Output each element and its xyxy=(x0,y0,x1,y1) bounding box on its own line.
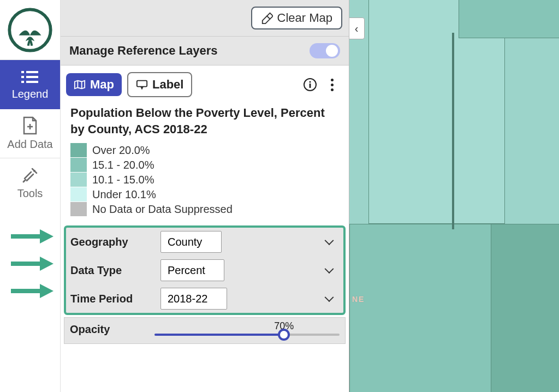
kebab-dot xyxy=(331,79,334,81)
legend-item: 15.1 - 20.0% xyxy=(70,158,339,172)
tab-label-label: Label xyxy=(152,78,183,92)
legend-swatch xyxy=(70,173,87,187)
svg-rect-6 xyxy=(26,81,38,83)
side-panel: Clear Map Manage Reference Layers Map La… xyxy=(61,0,349,392)
legend-swatch xyxy=(70,202,87,216)
clear-map-button[interactable]: Clear Map xyxy=(251,7,342,29)
legend-swatch xyxy=(70,187,87,201)
info-icon xyxy=(303,78,317,92)
layer-tabs-row: Map Label xyxy=(61,66,349,102)
map-canvas[interactable]: ‹ NE xyxy=(349,0,559,392)
map-background xyxy=(349,0,559,392)
svg-point-16 xyxy=(309,81,311,82)
clear-map-label: Clear Map xyxy=(277,11,332,25)
reference-layers-row: Manage Reference Layers xyxy=(61,37,349,66)
nav-column: Legend Add Data Tools xyxy=(0,0,61,392)
toggle-knob xyxy=(326,45,338,57)
data-type-select[interactable]: Percent xyxy=(160,259,224,281)
legend-swatch xyxy=(70,158,87,172)
control-label: Time Period xyxy=(70,293,155,305)
legend-list: Over 20.0% 15.1 - 20.0% 10.1 - 15.0% Und… xyxy=(61,141,349,223)
svg-rect-5 xyxy=(21,81,24,83)
hint-arrow xyxy=(10,283,53,299)
time-period-select[interactable]: 2018-22 xyxy=(160,288,227,310)
svg-marker-9 xyxy=(40,229,53,243)
legend-label: Over 20.0% xyxy=(92,144,150,157)
svg-rect-17 xyxy=(310,84,311,88)
svg-marker-13 xyxy=(40,284,53,298)
legend-label: Under 10.1% xyxy=(92,188,156,201)
hint-arrow xyxy=(10,228,53,245)
map-region-label: NE xyxy=(352,295,365,304)
legend-label: No Data or Data Suppressed xyxy=(92,203,233,216)
layer-controls: Geography County Data Type Percent Time … xyxy=(64,225,346,315)
reference-layers-toggle[interactable] xyxy=(310,43,340,58)
more-menu-button[interactable] xyxy=(324,76,340,93)
opacity-label: Opacity xyxy=(70,323,154,336)
tools-icon xyxy=(21,167,39,184)
svg-rect-1 xyxy=(21,71,24,73)
map-icon xyxy=(74,79,86,91)
tab-label[interactable]: Label xyxy=(127,72,192,97)
eraser-icon xyxy=(261,12,273,24)
kebab-dot xyxy=(331,84,334,86)
control-geography: Geography County xyxy=(66,228,343,256)
control-label: Geography xyxy=(70,236,155,248)
app-logo xyxy=(0,0,60,60)
list-icon xyxy=(21,69,39,85)
tab-map[interactable]: Map xyxy=(66,73,122,96)
label-icon xyxy=(136,79,148,91)
svg-marker-11 xyxy=(40,257,53,271)
nav-item-tools[interactable]: Tools xyxy=(0,158,60,207)
logo-svg xyxy=(8,8,52,52)
slider-thumb[interactable] xyxy=(278,329,290,341)
geography-select[interactable]: County xyxy=(160,231,222,253)
nav-item-legend[interactable]: Legend xyxy=(0,60,60,109)
control-data-type: Data Type Percent xyxy=(66,256,343,284)
svg-rect-2 xyxy=(26,71,38,73)
tab-map-label: Map xyxy=(90,78,114,92)
panel-collapse-button[interactable]: ‹ xyxy=(349,17,365,39)
add-file-icon xyxy=(22,116,38,135)
reference-layers-title: Manage Reference Layers xyxy=(69,44,217,58)
info-button[interactable] xyxy=(302,76,318,93)
slider-fill xyxy=(154,334,284,336)
legend-item: 10.1 - 15.0% xyxy=(70,173,339,187)
legend-item: No Data or Data Suppressed xyxy=(70,202,339,216)
opacity-control: Opacity 70% xyxy=(64,317,346,344)
legend-label: 10.1 - 15.0% xyxy=(92,174,154,186)
legend-label: 15.1 - 20.0% xyxy=(92,159,154,171)
nav-item-label: Legend xyxy=(12,88,49,100)
svg-point-7 xyxy=(33,170,35,172)
svg-rect-3 xyxy=(21,76,24,78)
control-label: Data Type xyxy=(70,264,155,277)
panel-top-bar: Clear Map xyxy=(61,0,349,37)
hint-arrow xyxy=(10,256,53,272)
kebab-dot xyxy=(331,88,334,91)
opacity-slider[interactable]: 70% xyxy=(154,324,340,336)
control-time-period: Time Period 2018-22 xyxy=(66,284,343,313)
svg-rect-14 xyxy=(137,81,147,87)
nav-item-add-data[interactable]: Add Data xyxy=(0,109,60,158)
slider-track xyxy=(154,334,340,336)
layer-title: Population Below the Poverty Level, Perc… xyxy=(61,102,349,141)
chevron-left-icon: ‹ xyxy=(355,22,359,35)
nav-item-label: Add Data xyxy=(7,138,52,151)
nav-item-label: Tools xyxy=(17,187,43,200)
legend-item: Under 10.1% xyxy=(70,187,339,201)
legend-item: Over 20.0% xyxy=(70,143,339,157)
svg-point-0 xyxy=(9,9,50,50)
legend-swatch xyxy=(70,143,87,157)
svg-rect-4 xyxy=(26,76,38,78)
